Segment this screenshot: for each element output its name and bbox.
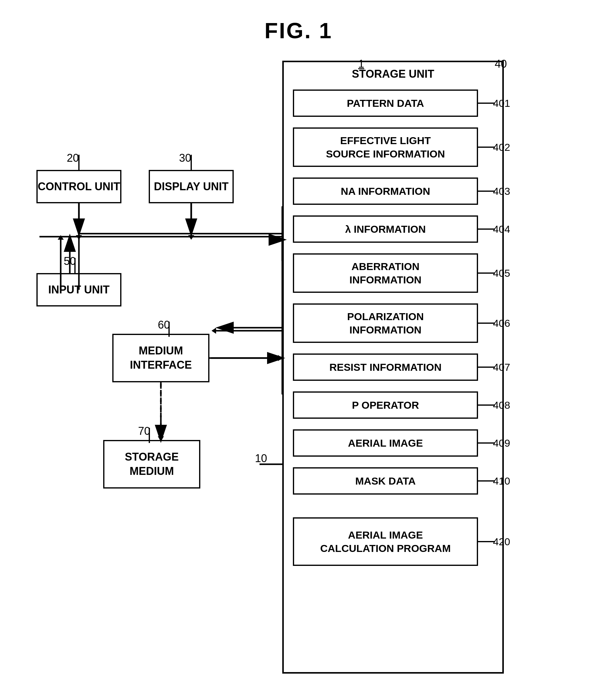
storage-item-409: AERIAL IMAGE 409 [293, 429, 478, 457]
svg-marker-20 [58, 235, 64, 240]
ref-10: 10 [255, 452, 267, 465]
ref-line-420 [477, 541, 495, 542]
ref-line-408 [477, 404, 495, 406]
svg-marker-16 [76, 235, 82, 240]
storage-item-407: RESIST INFORMATION 407 [293, 353, 478, 381]
ref-line-401 [477, 103, 495, 104]
svg-marker-22 [278, 355, 282, 361]
storage-item-420: AERIAL IMAGE CALCULATION PROGRAM 420 [293, 517, 478, 566]
svg-marker-18 [188, 235, 194, 240]
display-unit-box: DISPLAY UNIT [149, 170, 234, 203]
svg-marker-24 [212, 328, 216, 334]
medium-interface-box: MEDIUM INTERFACE [112, 334, 209, 382]
tick-70 [149, 428, 150, 443]
ref-20: 20 [67, 152, 79, 165]
storage-unit-container: STORAGE UNIT PATTERN DATA 401 EFFECTIVE … [282, 61, 504, 674]
ref-line-409 [477, 442, 495, 444]
ref-line-405 [477, 273, 495, 274]
ref-line-406 [477, 323, 495, 324]
ref-line-402 [477, 147, 495, 148]
ref-line-403 [477, 191, 495, 192]
storage-item-410: MASK DATA 410 [293, 467, 478, 495]
storage-item-406: POLARIZATION INFORMATION 406 [293, 303, 478, 343]
ref-line-407 [477, 367, 495, 368]
storage-item-403: NA INFORMATION 403 [293, 177, 478, 205]
storage-item-405: ABERRATION INFORMATION 405 [293, 253, 478, 293]
tick-50 [74, 258, 76, 273]
storage-item-404: λ INFORMATION 404 [293, 216, 478, 243]
tick-30 [191, 155, 192, 170]
tick-60 [169, 322, 170, 337]
ref-30: 30 [179, 152, 191, 165]
tick-20 [78, 155, 79, 170]
ref-line-404 [477, 228, 495, 230]
storage-item-401: PATTERN DATA 401 [293, 90, 478, 117]
ref-line-410 [477, 480, 495, 481]
storage-medium-box: STORAGE MEDIUM [103, 440, 200, 489]
control-unit-box: CONTROL UNIT [36, 170, 121, 203]
storage-item-402: EFFECTIVE LIGHT SOURCE INFORMATION 402 [293, 127, 478, 167]
page-title: FIG. 1 [264, 18, 332, 43]
input-unit-box: INPUT UNIT [36, 273, 121, 306]
storage-unit-label: STORAGE UNIT [352, 68, 434, 80]
storage-item-408: P OPERATOR 408 [293, 392, 478, 419]
